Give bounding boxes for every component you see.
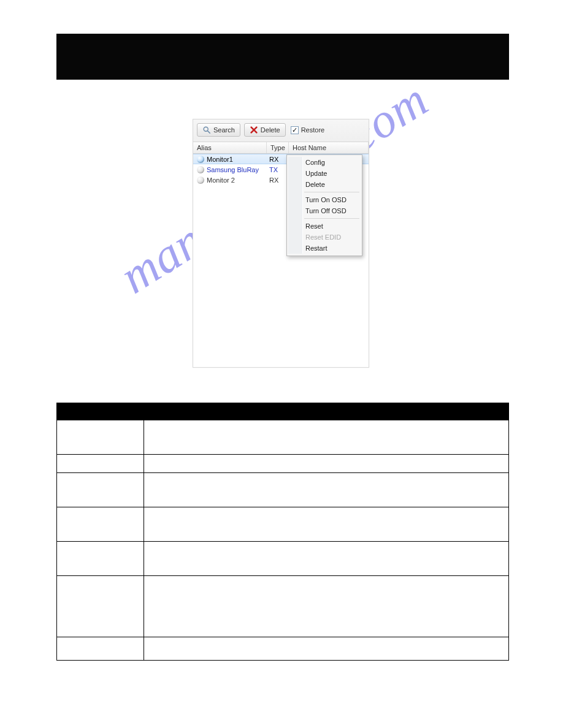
table-cell [144,507,509,542]
restore-checkbox-label: Restore [301,126,325,134]
table-cell [144,420,509,455]
svg-line-1 [208,131,210,134]
table-cell [144,473,509,507]
table-cell [144,576,509,637]
status-dot-icon [197,176,204,184]
cell-alias: Samsung BluRay [193,166,267,173]
delete-button[interactable]: Delete [244,123,286,137]
cell-type: RX [267,156,289,163]
restore-checkbox[interactable]: ✓ Restore [291,126,325,134]
table-header-cell [57,403,144,420]
context-menu-gutter [288,157,303,254]
column-header-type[interactable]: Type [267,142,289,153]
list-header: Alias Type Host Name [193,142,369,154]
table-cell [57,455,144,473]
toolbar: Search Delete ✓ Restore [193,119,369,142]
search-button[interactable]: Search [197,123,240,137]
table-cell [144,455,509,473]
status-dot-icon [197,166,204,173]
list-body: Monitor1 RX Samsung BluRay TX Monitor 2 … [193,154,369,366]
table-cell [57,637,144,661]
description-table [56,403,509,661]
table-cell [144,637,509,661]
delete-icon [250,126,258,134]
cell-type: RX [267,176,289,184]
column-header-host[interactable]: Host Name [289,142,369,153]
status-dot-icon [197,156,204,163]
alias-text: Monitor1 [207,156,233,163]
table-cell [144,542,509,576]
alias-text: Monitor 2 [207,176,235,184]
table-cell [57,420,144,455]
device-list-panel: Search Delete ✓ Restore Alias Type Host … [193,119,369,368]
cell-type: TX [267,166,289,173]
delete-button-label: Delete [261,126,280,134]
search-icon [202,126,211,134]
search-button-label: Search [213,126,235,134]
table-cell [57,542,144,576]
cell-alias: Monitor1 [193,156,267,163]
table-cell [57,576,144,637]
table-cell [57,507,144,542]
svg-point-0 [204,127,208,131]
menu-separator [304,192,359,192]
alias-text: Samsung BluRay [207,166,259,173]
menu-separator [304,218,359,219]
table-header-cell [144,403,509,420]
document-header-bar [56,34,509,80]
context-menu: Config Update Delete Turn On OSD Turn Of… [286,154,362,256]
column-header-alias[interactable]: Alias [193,142,267,153]
table-cell [57,473,144,507]
checkbox-icon: ✓ [291,126,299,134]
cell-alias: Monitor 2 [193,176,267,184]
